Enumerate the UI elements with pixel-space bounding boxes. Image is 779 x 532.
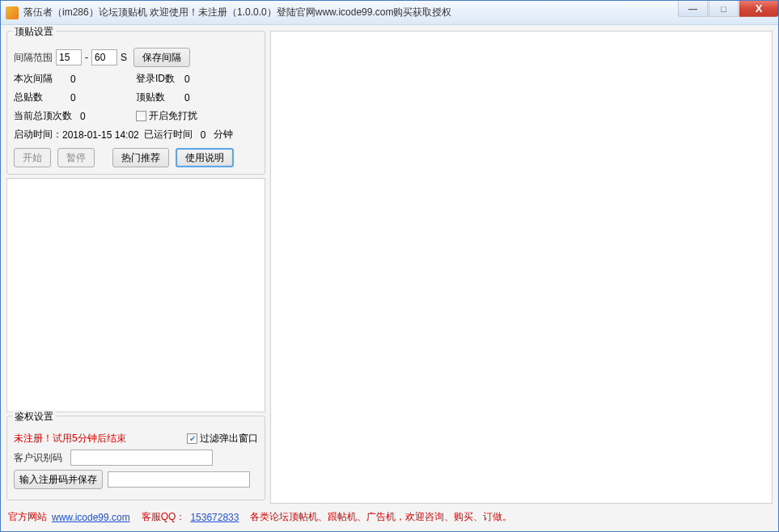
settings-group: 顶贴设置 间隔范围 - S 保存间隔 本次间隔 0 [6, 31, 265, 175]
auth-group-title: 鉴权设置 [12, 410, 56, 424]
footer-qq-label: 客服QQ： [142, 510, 186, 524]
save-interval-button[interactable]: 保存间隔 [133, 48, 190, 67]
dnd-label: 开启免打扰 [149, 109, 197, 123]
action-buttons: 开始 暂停 热门推荐 使用说明 [14, 148, 258, 167]
row-stats-2: 总贴数 0 顶贴数 0 [14, 91, 258, 104]
maximize-button[interactable]: □ [709, 1, 739, 17]
interval-unit: S [121, 52, 127, 63]
main-row: 顶贴设置 间隔范围 - S 保存间隔 本次间隔 0 [6, 31, 773, 504]
footer-tail: 各类论坛顶帖机、跟帖机、广告机，欢迎咨询、购买、订做。 [250, 510, 512, 524]
minimize-button[interactable]: — [678, 1, 708, 17]
interval-row: 间隔范围 - S 保存间隔 [14, 48, 258, 67]
footer-site-link[interactable]: www.icode99.com [52, 512, 130, 523]
current-top-value: 0 [80, 111, 86, 122]
client-id-row: 客户识别码 [14, 450, 258, 466]
log-list[interactable] [6, 178, 265, 412]
auth-group: 鉴权设置 未注册！试用5分钟后结束 ✔ 过滤弹出窗口 客户识别码 [6, 416, 265, 500]
pause-button[interactable]: 暂停 [57, 148, 95, 167]
filter-popup-wrap: ✔ 过滤弹出窗口 [187, 432, 258, 445]
interval-label: 间隔范围 [14, 51, 53, 65]
start-time-label: 启动时间： [14, 128, 62, 141]
top-posts-label: 顶贴数 [136, 91, 184, 104]
this-interval-cell: 本次间隔 0 [14, 72, 136, 86]
footer-site-label: 官方网站 [8, 510, 47, 524]
row-stats-1: 本次间隔 0 登录ID数 0 [14, 72, 258, 86]
dnd-checkbox[interactable] [136, 111, 146, 121]
row-stats-3: 当前总顶次数 0 开启免打扰 [14, 109, 258, 123]
footer-qq-link[interactable]: 153672833 [190, 512, 239, 523]
dnd-cell: 开启免打扰 [136, 109, 258, 123]
top-posts-cell: 顶贴数 0 [136, 91, 258, 104]
login-id-cell: 登录ID数 0 [136, 72, 258, 86]
interval-min-input[interactable] [56, 49, 82, 65]
reg-row: 输入注册码并保存 [14, 470, 258, 489]
reg-code-input[interactable] [108, 471, 250, 488]
footer: 官方网站 www.icode99.com 客服QQ： 153672833 各类论… [6, 507, 773, 526]
window-controls: — □ X [678, 1, 778, 17]
minutes-label: 分钟 [214, 128, 233, 141]
this-interval-value: 0 [70, 74, 76, 85]
client-id-label: 客户识别码 [14, 451, 70, 465]
settings-group-title: 顶贴设置 [12, 25, 56, 39]
filter-popup-label: 过滤弹出窗口 [200, 432, 258, 445]
interval-max-input[interactable] [91, 49, 117, 65]
unregistered-msg: 未注册！试用5分钟后结束 [14, 432, 126, 445]
this-interval-label: 本次间隔 [14, 72, 70, 86]
app-icon [6, 6, 19, 19]
filter-popup-checkbox[interactable]: ✔ [187, 433, 197, 444]
left-pane: 顶贴设置 间隔范围 - S 保存间隔 本次间隔 0 [6, 31, 265, 504]
hot-recommend-button[interactable]: 热门推荐 [112, 148, 169, 167]
run-time-value: 0 [201, 129, 206, 141]
titlebar[interactable]: 落伍者（im286）论坛顶贴机 欢迎使用！未注册（1.0.0.0）登陆官网www… [1, 1, 778, 25]
login-id-value: 0 [184, 74, 190, 85]
run-time-label: 已运行时间 [144, 128, 193, 141]
runtime-row: 启动时间： 2018-01-15 14:02 已运行时间 0 分钟 [14, 128, 258, 141]
current-top-label: 当前总顶次数 [14, 109, 80, 123]
enter-reg-button[interactable]: 输入注册码并保存 [14, 470, 103, 489]
content-pane [270, 31, 773, 504]
top-posts-value: 0 [184, 92, 190, 103]
client-id-input[interactable] [70, 450, 213, 466]
client-area: 顶贴设置 间隔范围 - S 保存间隔 本次间隔 0 [1, 25, 778, 531]
unregistered-row: 未注册！试用5分钟后结束 ✔ 过滤弹出窗口 [14, 432, 258, 445]
total-posts-cell: 总贴数 0 [14, 91, 136, 104]
total-posts-label: 总贴数 [14, 91, 70, 104]
app-window: 落伍者（im286）论坛顶贴机 欢迎使用！未注册（1.0.0.0）登陆官网www… [0, 0, 779, 532]
total-posts-value: 0 [70, 92, 76, 103]
start-time-value: 2018-01-15 14:02 [62, 129, 139, 141]
current-top-cell: 当前总顶次数 0 [14, 109, 136, 123]
start-button[interactable]: 开始 [14, 148, 51, 167]
login-id-label: 登录ID数 [136, 72, 184, 86]
interval-dash: - [85, 52, 88, 63]
window-title: 落伍者（im286）论坛顶贴机 欢迎使用！未注册（1.0.0.0）登陆官网www… [23, 6, 451, 19]
usage-button[interactable]: 使用说明 [176, 148, 234, 167]
close-button[interactable]: X [739, 1, 778, 17]
